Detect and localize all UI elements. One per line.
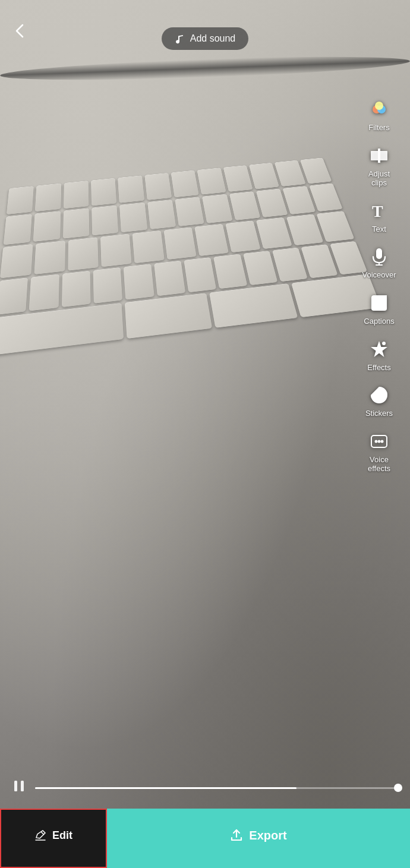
stickers-icon [370, 384, 389, 406]
screen: Add sound Filters [0, 0, 410, 868]
svg-rect-3 [371, 151, 379, 160]
svg-rect-4 [380, 151, 387, 160]
captions-button[interactable]: A Captions [355, 286, 403, 332]
voiceover-icon [370, 245, 389, 268]
text-icon: T [370, 200, 389, 222]
captions-label: Captions [364, 317, 394, 326]
edit-label: Edit [52, 829, 72, 842]
svg-rect-20 [21, 781, 24, 791]
voice-effects-button[interactable]: Voiceeffects [355, 424, 403, 479]
voiceover-label: Voiceover [362, 270, 396, 280]
text-button[interactable]: T Text [355, 194, 403, 240]
top-bar: Add sound [0, 0, 410, 65]
svg-text:A: A [374, 301, 380, 310]
voiceover-button[interactable]: Voiceover [355, 239, 403, 286]
filters-button[interactable]: Filters [355, 92, 403, 138]
svg-rect-8 [376, 248, 382, 259]
progress-dot [394, 784, 402, 792]
export-label: Export [249, 829, 286, 842]
progress-area [0, 779, 410, 797]
svg-text:T: T [372, 202, 383, 220]
svg-point-2 [375, 102, 383, 110]
back-button[interactable] [12, 23, 29, 43]
text-label: Text [372, 225, 386, 234]
progress-bar[interactable] [35, 787, 398, 789]
edit-button[interactable]: Edit [0, 809, 107, 868]
adjust-clips-button[interactable]: Adjustclips [355, 138, 403, 194]
svg-point-14 [382, 342, 386, 345]
stickers-label: Stickers [365, 409, 393, 418]
svg-point-16 [375, 440, 378, 443]
svg-line-22 [41, 832, 44, 835]
add-sound-label: Add sound [190, 33, 236, 44]
captions-icon: A [370, 292, 389, 314]
filters-label: Filters [368, 123, 389, 132]
effects-icon [370, 338, 389, 361]
right-toolbar: Filters Adjustclips T Text [355, 92, 403, 479]
adjust-clips-label: Adjustclips [368, 169, 390, 188]
add-sound-button[interactable]: Add sound [162, 27, 249, 50]
bottom-bar: Edit Export [0, 809, 410, 868]
progress-fill [35, 787, 297, 789]
svg-point-17 [378, 440, 381, 443]
stickers-button[interactable]: Stickers [355, 378, 403, 424]
effects-button[interactable]: Effects [355, 332, 403, 378]
svg-point-18 [381, 440, 384, 443]
keyboard-visual [0, 149, 410, 868]
voice-effects-label: Voiceeffects [368, 455, 390, 474]
background [0, 0, 410, 868]
export-button[interactable]: Export [107, 809, 410, 868]
adjust-clips-icon [370, 144, 389, 167]
filters-icon [370, 98, 389, 121]
voice-effects-icon [370, 430, 389, 453]
pause-button[interactable] [12, 779, 26, 797]
effects-label: Effects [367, 363, 391, 373]
svg-rect-19 [14, 781, 17, 791]
